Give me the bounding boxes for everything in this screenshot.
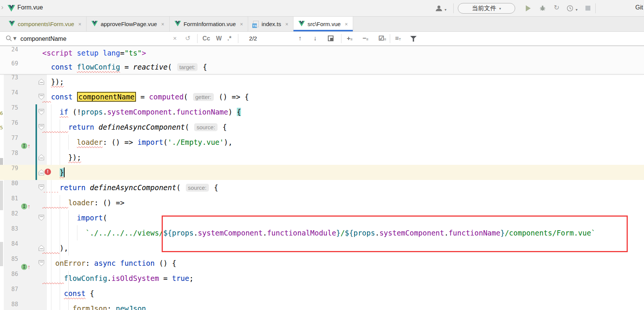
vcs-change-marker[interactable] (36, 104, 37, 180)
line-number[interactable]: 80 (0, 180, 18, 187)
code-token: > (142, 49, 146, 57)
tab-approveflowpage-vue[interactable]: approveFlowPage.vue× (86, 17, 169, 31)
close-tab-icon[interactable]: × (345, 21, 348, 27)
line-number[interactable]: 75 (0, 104, 18, 111)
code-token: function (120, 259, 155, 267)
code-token (42, 259, 55, 267)
code-token: async (94, 259, 116, 267)
close-tab-icon[interactable]: × (161, 21, 164, 27)
tab-forminformation-vue[interactable]: FormInformation.vue× (170, 17, 249, 31)
select-all-occurrences-icon[interactable]: ☑II (378, 32, 386, 45)
previous-occurrence-icon[interactable]: ↑ (298, 32, 302, 45)
line-number[interactable]: 76 (0, 119, 18, 126)
match-count: 2/2 (242, 32, 264, 45)
line-number[interactable]: 82 (0, 210, 18, 217)
line-number[interactable]: 81 (0, 195, 18, 202)
whole-words-toggle[interactable]: W (216, 32, 222, 45)
find-bar: ▾ × ↺ Cc W .* 2/2 ↑ ↓ +II −II ☑II ≡T (0, 32, 644, 46)
run-button[interactable] (526, 5, 531, 11)
line-number[interactable]: 74 (0, 89, 18, 96)
code-line-77[interactable]: 77I↑ loader: () => import('./Empty.vue')… (0, 135, 644, 150)
search-options-chevron-icon[interactable]: ▾ (13, 32, 17, 45)
stop-button[interactable] (585, 6, 590, 11)
user-profile-icon[interactable] (435, 5, 443, 12)
vue-icon (175, 21, 181, 28)
close-tab-icon[interactable]: × (285, 21, 288, 27)
filter-icon[interactable] (410, 36, 417, 42)
code-line-74[interactable]: 74 const componentName = computed( gette… (0, 89, 644, 104)
search-input[interactable] (20, 33, 161, 45)
tab-src-form-vue[interactable]: src\Form.vue× (293, 17, 353, 31)
coverage-icon[interactable]: ↻ (554, 4, 559, 11)
code-token: ( (176, 183, 185, 192)
line-number[interactable]: 86 (0, 271, 18, 277)
search-icon[interactable] (5, 32, 12, 45)
clear-search-icon[interactable]: × (173, 32, 177, 45)
match-case-toggle[interactable]: Cc (202, 32, 210, 45)
code-line-73[interactable]: 73 }); (0, 74, 644, 89)
code-token: defineAsyncComponent (99, 123, 185, 131)
code-line-24[interactable]: 24<script setup lang="ts"> (0, 46, 644, 60)
line-number[interactable]: 85 (0, 256, 18, 262)
error-icon[interactable]: ! (45, 169, 51, 175)
open-in-find-window-icon[interactable] (328, 36, 334, 41)
code-token: functionName (176, 108, 228, 116)
line-number[interactable]: 24 (0, 46, 18, 53)
chevron-down-icon[interactable]: ▾ (445, 6, 446, 13)
new-line-icon[interactable]: ↺ (185, 32, 190, 45)
line-number[interactable]: 69 (0, 60, 18, 67)
remove-occurrence-icon[interactable]: −II (363, 32, 368, 45)
tab-index-ts[interactable]: TSindex.ts× (248, 17, 293, 31)
search-match-highlight: componentName (77, 92, 136, 102)
search-results-options-icon[interactable]: ≡T (395, 32, 401, 45)
code-token (42, 274, 64, 282)
code-token: <script (42, 49, 73, 57)
code-token: if (60, 108, 68, 116)
git-widget[interactable]: Git (635, 4, 643, 11)
line-number[interactable]: 84 (0, 240, 18, 247)
close-tab-icon[interactable]: × (240, 21, 243, 27)
line-number[interactable]: 78 (0, 150, 18, 157)
options-sub: T (399, 37, 401, 41)
code-line-81[interactable]: 81I↑ loader: () => (0, 195, 644, 210)
code-token (42, 108, 60, 116)
code-token (42, 183, 60, 192)
line-number[interactable]: 73 (0, 74, 18, 81)
line-number[interactable]: 83 (0, 225, 18, 232)
code-token: ( (168, 63, 176, 71)
code-line-69[interactable]: 69 const flowConfig = reactive( target: … (0, 60, 644, 74)
code-line-88[interactable]: 88 formJson: newJson, (0, 301, 644, 310)
code-editor[interactable]: 6:565 24<script setup lang="ts">69 const… (0, 46, 644, 310)
run-configuration-select[interactable]: 当前文件 ▾ (458, 3, 515, 14)
vue-icon (8, 5, 15, 13)
debug-icon[interactable] (539, 5, 546, 12)
profiler-clock-icon[interactable] (567, 5, 573, 13)
next-occurrence-icon[interactable]: ↓ (314, 32, 317, 45)
line-number[interactable]: 77 (0, 135, 18, 141)
code-text: <script setup lang="ts"> (42, 46, 146, 60)
code-token: lang (103, 49, 120, 57)
vue-icon (298, 21, 305, 28)
code-token (94, 123, 98, 131)
code-token (73, 63, 77, 71)
regex-toggle[interactable]: .* (227, 32, 232, 45)
line-number[interactable]: 79 (0, 165, 18, 172)
code-line-79[interactable]: 79! } (0, 165, 644, 180)
code-line-78[interactable]: 78 }); (0, 150, 644, 165)
chevron-down-icon[interactable]: ▾ (576, 6, 578, 13)
line-number[interactable]: 88 (0, 301, 18, 308)
code-line-76[interactable]: 76 return defineAsyncComponent( source: … (0, 119, 644, 135)
code-line-75[interactable]: 75 if (!props.systemComponent.functionNa… (0, 104, 644, 119)
code-line-87[interactable]: 87 const { (0, 286, 644, 301)
code-token: flowConfig (77, 63, 120, 71)
line-number[interactable]: 87 (0, 286, 18, 293)
code-line-80[interactable]: 80 return defineAsyncComponent( source: … (0, 180, 644, 195)
code-token: { (237, 108, 241, 116)
code-line-86[interactable]: 86 flowConfig.isOldSystem = true; (0, 271, 644, 286)
code-line-85[interactable]: 85I↑ onError: async function () { (0, 256, 644, 271)
code-token: onError (55, 259, 85, 267)
close-tab-icon[interactable]: × (78, 21, 81, 27)
code-token: return (60, 183, 86, 192)
add-occurrence-icon[interactable]: +II (347, 32, 352, 45)
tab-components-form-vue[interactable]: components\Form.vue× (4, 17, 86, 31)
